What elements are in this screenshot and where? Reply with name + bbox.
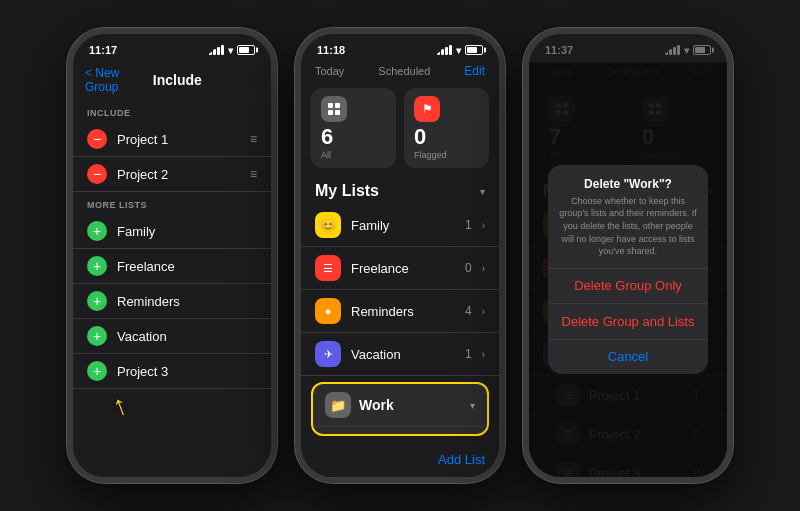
work-group-header-2: 📁 Work ▾ bbox=[313, 384, 487, 427]
chevron-vacation-2: › bbox=[482, 349, 485, 360]
battery-3 bbox=[693, 45, 711, 55]
row-family-2[interactable]: 😊 Family 1 › bbox=[301, 204, 499, 247]
my-lists-title-2: My Lists bbox=[315, 182, 379, 200]
project1-icon-2: ☰ bbox=[325, 434, 349, 436]
add-icon-vacation[interactable]: + bbox=[87, 326, 107, 346]
row-count-family-2: 1 bbox=[465, 218, 472, 232]
vacation-icon-2: ✈ bbox=[315, 341, 341, 367]
screen-3: Today Scheduled Edit 7 All 0 Flag bbox=[529, 62, 727, 477]
wifi-2: ▾ bbox=[456, 45, 461, 56]
delete-group-only-button[interactable]: Delete Group Only bbox=[548, 268, 708, 303]
list-item-project1[interactable]: − Project 1 ≡ bbox=[73, 122, 271, 157]
reminders-icon-2: ● bbox=[315, 298, 341, 324]
work-group-2[interactable]: 📁 Work ▾ ☰ Project 1 0 › ☰ Project 2 0 ›… bbox=[311, 382, 489, 436]
family-icon-2: 😊 bbox=[315, 212, 341, 238]
svg-rect-1 bbox=[335, 103, 340, 108]
delete-group-lists-button[interactable]: Delete Group and Lists bbox=[548, 304, 708, 339]
tab-scheduled-2[interactable]: Scheduled bbox=[378, 65, 430, 77]
all-icon-2 bbox=[321, 96, 347, 122]
wifi-3: ▾ bbox=[684, 45, 689, 56]
svg-rect-2 bbox=[328, 110, 333, 115]
time-2: 11:18 bbox=[317, 44, 345, 56]
item-label-project1: Project 1 bbox=[117, 132, 240, 147]
all-count-2: 6 bbox=[321, 126, 333, 148]
status-icons-2: ▾ bbox=[437, 45, 483, 56]
back-button-1[interactable]: < New Group bbox=[85, 66, 153, 94]
phone-2: 11:18 ▾ Today Scheduled Edit 6 All bbox=[295, 28, 505, 483]
flagged-icon-2: ⚑ bbox=[414, 96, 440, 122]
notch-1 bbox=[127, 34, 217, 56]
dialog-message: Choose whether to keep this group's list… bbox=[548, 195, 708, 268]
cancel-button[interactable]: Cancel bbox=[548, 339, 708, 374]
dialog-overlay-3: Delete "Work"? Choose whether to keep th… bbox=[529, 62, 727, 477]
row-label-reminders-2: Reminders bbox=[351, 304, 455, 319]
screen-1: < New Group Include INCLUDE − Project 1 … bbox=[73, 62, 271, 477]
wifi-1: ▾ bbox=[228, 45, 233, 56]
row-label-family-2: Family bbox=[351, 218, 455, 233]
work-chevron-2: ▾ bbox=[470, 400, 475, 411]
row-freelance-2[interactable]: ☰ Freelance 0 › bbox=[301, 247, 499, 290]
chevron-family-2: › bbox=[482, 220, 485, 231]
list-item-project2[interactable]: − Project 2 ≡ bbox=[73, 157, 271, 192]
time-1: 11:17 bbox=[89, 44, 117, 56]
my-lists-header-2: My Lists ▾ bbox=[301, 174, 499, 204]
row-count-reminders-2: 4 bbox=[465, 304, 472, 318]
stat-all-2[interactable]: 6 All bbox=[311, 88, 396, 168]
phone-3: 11:37 ▾ Today Scheduled Edit 7 bbox=[523, 28, 733, 483]
row-label-vacation-2: Vacation bbox=[351, 347, 455, 362]
add-icon-freelance[interactable]: + bbox=[87, 256, 107, 276]
remove-icon-project1[interactable]: − bbox=[87, 129, 107, 149]
battery-2 bbox=[465, 45, 483, 55]
edit-button-2[interactable]: Edit bbox=[464, 64, 485, 78]
delete-dialog: Delete "Work"? Choose whether to keep th… bbox=[548, 165, 708, 374]
list-item-family[interactable]: + Family bbox=[73, 214, 271, 249]
phone-1: 11:17 ▾ < New Group Include INCLUDE − Pr… bbox=[67, 28, 277, 483]
item-label-reminders: Reminders bbox=[117, 294, 257, 309]
time-3: 11:37 bbox=[545, 44, 573, 56]
item-label-freelance: Freelance bbox=[117, 259, 257, 274]
stat-flagged-2[interactable]: ⚑ 0 Flagged bbox=[404, 88, 489, 168]
chevron-down-icon-2: ▾ bbox=[480, 186, 485, 197]
all-label-2: All bbox=[321, 150, 331, 160]
add-list-button-2[interactable]: Add List bbox=[301, 442, 499, 477]
list-item-project3[interactable]: + Project 3 bbox=[73, 354, 271, 389]
list-item-reminders[interactable]: + Reminders bbox=[73, 284, 271, 319]
remove-icon-project2[interactable]: − bbox=[87, 164, 107, 184]
top-bar-2: Today Scheduled Edit bbox=[301, 62, 499, 82]
dialog-title: Delete "Work"? bbox=[548, 165, 708, 195]
item-label-project3: Project 3 bbox=[117, 364, 257, 379]
add-icon-reminders[interactable]: + bbox=[87, 291, 107, 311]
svg-rect-0 bbox=[328, 103, 333, 108]
item-label-project2: Project 2 bbox=[117, 167, 240, 182]
svg-rect-3 bbox=[335, 110, 340, 115]
row-reminders-2[interactable]: ● Reminders 4 › bbox=[301, 290, 499, 333]
work-row-project1-2[interactable]: ☰ Project 1 0 › bbox=[313, 427, 487, 436]
status-icons-1: ▾ bbox=[209, 45, 255, 56]
list-item-freelance[interactable]: + Freelance bbox=[73, 249, 271, 284]
list-item-vacation[interactable]: + Vacation bbox=[73, 319, 271, 354]
add-icon-project3[interactable]: + bbox=[87, 361, 107, 381]
include-label: INCLUDE bbox=[73, 100, 271, 122]
notch-2 bbox=[355, 34, 445, 56]
row-label-freelance-2: Freelance bbox=[351, 261, 455, 276]
nav-bar-1: < New Group Include bbox=[73, 62, 271, 100]
stats-row-2: 6 All ⚑ 0 Flagged bbox=[301, 82, 499, 174]
more-lists-label: MORE LISTS bbox=[73, 192, 271, 214]
row-count-freelance-2: 0 bbox=[465, 261, 472, 275]
chevron-freelance-2: › bbox=[482, 263, 485, 274]
include-section: INCLUDE − Project 1 ≡ − Project 2 ≡ MORE… bbox=[73, 100, 271, 389]
folder-icon-2: 📁 bbox=[325, 392, 351, 418]
chevron-reminders-2: › bbox=[482, 306, 485, 317]
nav-title-1: Include bbox=[153, 72, 202, 88]
row-vacation-2[interactable]: ✈ Vacation 1 › bbox=[301, 333, 499, 376]
flagged-label-2: Flagged bbox=[414, 150, 447, 160]
add-icon-family[interactable]: + bbox=[87, 221, 107, 241]
screen-2: Today Scheduled Edit 6 All ⚑ 0 Flagged M… bbox=[301, 62, 499, 477]
drag-handle-project2[interactable]: ≡ bbox=[250, 167, 257, 181]
drag-handle-project1[interactable]: ≡ bbox=[250, 132, 257, 146]
tab-today-2[interactable]: Today bbox=[315, 65, 344, 77]
freelance-icon-2: ☰ bbox=[315, 255, 341, 281]
battery-1 bbox=[237, 45, 255, 55]
item-label-vacation: Vacation bbox=[117, 329, 257, 344]
item-label-family: Family bbox=[117, 224, 257, 239]
